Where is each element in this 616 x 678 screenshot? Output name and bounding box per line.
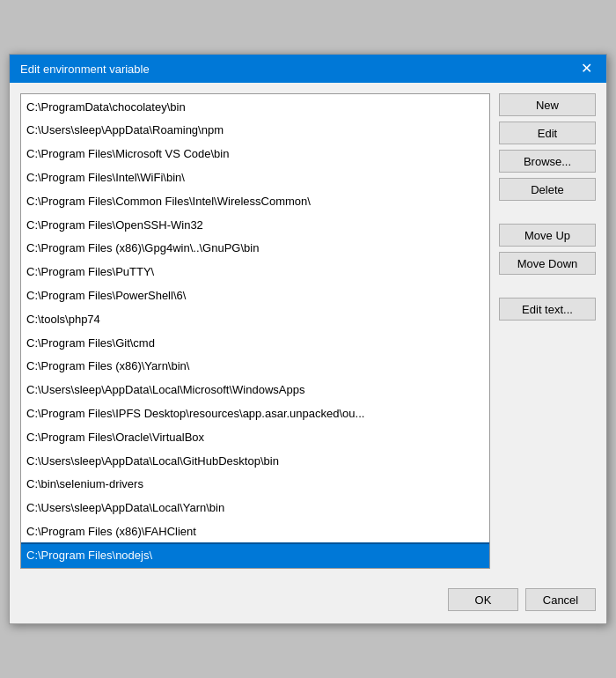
edit-env-variable-dialog: Edit environment variable ✕ C:\Windows\S… bbox=[9, 54, 607, 624]
cancel-button[interactable]: Cancel bbox=[525, 588, 596, 611]
list-item[interactable]: C:\Program Files\OpenSSH-Win32 bbox=[21, 214, 489, 238]
edit-button[interactable]: Edit bbox=[499, 122, 596, 144]
dialog-footer: OK Cancel bbox=[10, 579, 606, 623]
move-up-button[interactable]: Move Up bbox=[499, 224, 596, 247]
move-down-button[interactable]: Move Down bbox=[499, 252, 596, 275]
list-item[interactable]: C:\Program Files\Microsoft VS Code\bin bbox=[21, 143, 489, 166]
list-item[interactable]: C:\Users\sleep\AppData\Local\GitHubDeskt… bbox=[21, 450, 489, 474]
list-item[interactable]: C:\Program Files\PuTTY\ bbox=[21, 261, 489, 284]
dialog-title: Edit environment variable bbox=[20, 63, 150, 76]
dialog-body: C:\Windows\System32\WindowsPowerShell\v1… bbox=[10, 83, 606, 579]
buttons-panel: New Edit Browse... Delete Move Up Move D… bbox=[499, 93, 596, 569]
list-item[interactable]: C:\Program Files (x86)\Gpg4win\..\GnuPG\… bbox=[21, 237, 489, 261]
browse-button[interactable]: Browse... bbox=[499, 150, 596, 173]
list-item[interactable]: C:\Program Files\Git\cmd bbox=[21, 332, 489, 356]
new-button[interactable]: New bbox=[499, 93, 596, 116]
list-item[interactable]: C:\Users\sleep\AppData\Local\Yarn\bin bbox=[21, 497, 489, 520]
list-item[interactable]: C:\Program Files\IPFS Desktop\resources\… bbox=[21, 402, 489, 426]
list-item[interactable]: C:\Users\sleep\AppData\Local\Microsoft\W… bbox=[21, 379, 489, 402]
list-item[interactable]: C:\Program Files\Oracle\VirtualBox bbox=[21, 426, 489, 450]
list-item[interactable]: C:\Program Files (x86)\Yarn\bin\ bbox=[21, 355, 489, 379]
list-item[interactable]: C:\tools\php74 bbox=[21, 308, 489, 332]
delete-button[interactable]: Delete bbox=[499, 178, 596, 201]
list-item[interactable]: C:\Program Files\Common Files\Intel\Wire… bbox=[21, 190, 489, 214]
list-item[interactable]: C:\Program Files\Intel\WiFi\bin\ bbox=[21, 166, 489, 190]
list-item[interactable]: C:\Program Files\nodejs\ bbox=[21, 544, 489, 568]
button-spacer-2 bbox=[499, 280, 596, 292]
list-item[interactable]: C:\bin\selenium-drivers bbox=[21, 473, 489, 497]
edit-text-button[interactable]: Edit text... bbox=[499, 298, 596, 321]
list-item[interactable]: C:\Users\sleep\AppData\Roaming\npm bbox=[21, 119, 489, 143]
title-bar: Edit environment variable ✕ bbox=[10, 55, 606, 83]
list-item[interactable]: C:\Program Files\PowerShell\6\ bbox=[21, 284, 489, 308]
env-variable-list[interactable]: C:\Windows\System32\WindowsPowerShell\v1… bbox=[20, 93, 490, 569]
button-spacer bbox=[499, 206, 596, 218]
list-item[interactable]: C:\ProgramData\chocolatey\bin bbox=[21, 96, 489, 120]
ok-button[interactable]: OK bbox=[448, 588, 518, 611]
close-button[interactable]: ✕ bbox=[577, 62, 596, 76]
list-item[interactable]: C:\Program Files (x86)\FAHClient bbox=[21, 520, 489, 544]
